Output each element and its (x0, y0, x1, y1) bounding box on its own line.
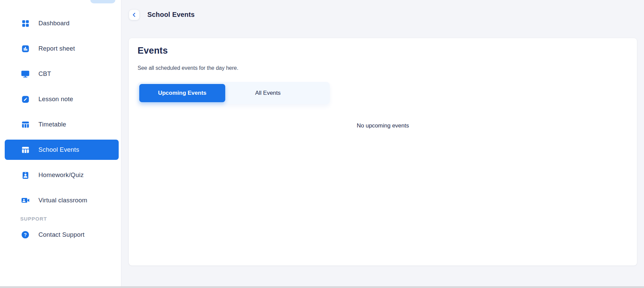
assignment-person-icon (20, 170, 30, 180)
sidebar-item-homework-quiz[interactable]: Homework/Quiz (5, 165, 119, 185)
sidebar-top-pill (90, 0, 115, 3)
sidebar-item-label: Virtual classroom (38, 197, 87, 204)
sidebar-item-lesson-note[interactable]: Lesson note (5, 89, 119, 109)
table-icon (20, 145, 30, 155)
sidebar-item-virtual-classroom[interactable]: Virtual classroom (5, 190, 119, 210)
monitor-icon (20, 69, 30, 79)
tab-label: Upcoming Events (158, 90, 207, 96)
sidebar-item-label: Homework/Quiz (38, 171, 84, 179)
sidebar-item-cbt[interactable]: CBT (5, 64, 119, 84)
sidebar-item-label: CBT (38, 70, 51, 78)
back-button[interactable] (129, 9, 140, 20)
sidebar-item-label: Contact Support (38, 231, 85, 238)
help-icon: ? (20, 230, 30, 240)
sidebar-item-report-sheet[interactable]: Report sheet (5, 38, 119, 59)
sidebar-support-heading: SUPPORT (20, 216, 47, 222)
dashboard-icon (20, 18, 30, 28)
sidebar-item-contact-support[interactable]: ? Contact Support (5, 225, 119, 245)
empty-state-message: No upcoming events (129, 122, 637, 129)
card-title: Events (138, 46, 168, 56)
window-bottom-edge (0, 286, 644, 288)
pencil-icon (20, 94, 30, 104)
sidebar-item-label: Timetable (38, 121, 66, 128)
sidebar-item-timetable[interactable]: Timetable (5, 114, 119, 135)
events-card: Events See all scheduled events for the … (128, 38, 637, 266)
tab-label: All Events (255, 90, 281, 96)
chevron-left-icon (131, 12, 137, 18)
sidebar-item-label: School Events (38, 146, 79, 153)
events-tabs: Upcoming Events All Events (138, 82, 330, 104)
sidebar-item-dashboard[interactable]: Dashboard (5, 13, 119, 33)
bar-chart-icon (20, 44, 30, 54)
table-icon (20, 119, 30, 129)
sidebar-item-label: Lesson note (38, 95, 73, 103)
tab-all-events[interactable]: All Events (225, 82, 311, 104)
tab-upcoming-events[interactable]: Upcoming Events (139, 84, 225, 102)
svg-text:?: ? (24, 232, 27, 237)
main-content: School Events Events See all scheduled e… (121, 0, 644, 286)
sidebar-item-label: Dashboard (38, 20, 69, 27)
sidebar-item-label: Report sheet (38, 45, 75, 52)
video-camera-icon (20, 195, 30, 205)
card-subtitle: See all scheduled events for the day her… (138, 65, 238, 71)
sidebar: Dashboard Report sheet CBT (0, 0, 121, 286)
sidebar-item-school-events[interactable]: School Events (5, 140, 119, 160)
page-title: School Events (147, 11, 195, 19)
